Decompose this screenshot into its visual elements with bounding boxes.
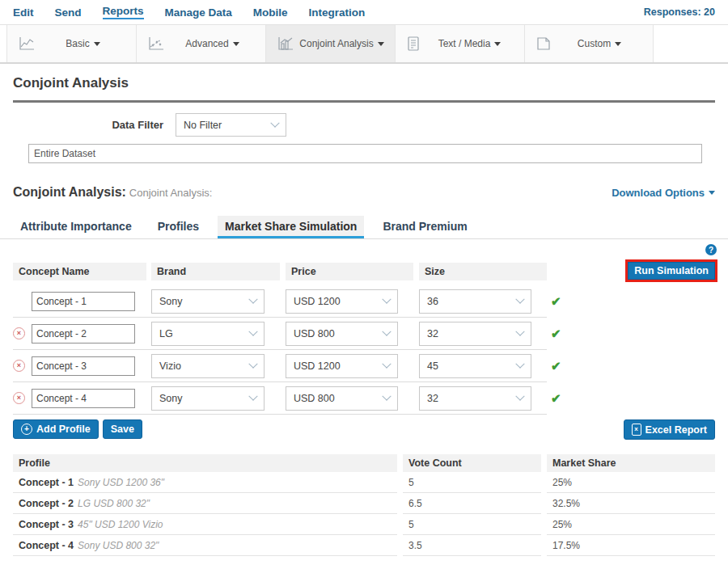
run-simulation-button[interactable]: Run Simulation [628, 262, 715, 280]
section-subtitle: Conjoint Analysis: [129, 187, 213, 199]
line-chart-icon [19, 36, 35, 51]
nav-item-mobile[interactable]: Mobile [253, 6, 288, 19]
data-filter-select[interactable]: No Filter [176, 113, 286, 137]
caret-down-icon [94, 42, 100, 46]
size-select[interactable]: 32 [419, 322, 531, 346]
profile-description: Sony USD 1200 36" [78, 477, 164, 488]
price-select[interactable]: USD 800 [286, 386, 398, 411]
profile-cell: Concept - 2LG USD 800 32" [13, 493, 397, 514]
brand-select[interactable]: Sony [151, 386, 265, 411]
caret-down-icon [378, 42, 384, 46]
concept-name-input[interactable] [32, 356, 135, 376]
price-select-value: USD 1200 [294, 296, 341, 307]
profile-name: Concept - 2 [19, 498, 74, 509]
excel-report-button[interactable]: x Excel Report [624, 419, 715, 440]
price-select[interactable]: USD 1200 [286, 289, 398, 314]
market-share-cell: 25% [547, 514, 715, 535]
valid-check-icon: ✔ [551, 391, 561, 406]
toolbar-tab-text-media[interactable]: Text / Media [395, 25, 524, 62]
document-text-icon [407, 36, 420, 51]
download-options-button[interactable]: Download Options [612, 187, 715, 199]
chevron-down-icon [382, 359, 391, 368]
delete-row-icon[interactable]: × [13, 360, 25, 372]
section-header: Conjoint Analysis:Conjoint Analysis: Dow… [13, 185, 715, 200]
profile-cell: Concept - 4Sony USD 800 32" [13, 535, 397, 556]
results-column-header-market-share: Market Share [547, 454, 715, 472]
toolbar-tab-custom[interactable]: Custom [524, 25, 654, 62]
chevron-down-icon [382, 327, 391, 335]
data-filter-row: Data Filter No Filter [0, 113, 728, 137]
brand-select[interactable]: Sony [151, 289, 265, 314]
vote-count-cell: 3.5 [403, 535, 541, 556]
size-select-value: 32 [427, 328, 438, 339]
nav-item-send[interactable]: Send [55, 6, 82, 19]
toolbar-tab-conjoint-analysis[interactable]: Conjoint Analysis [265, 25, 395, 62]
tab-profiles[interactable]: Profiles [150, 216, 206, 238]
vote-count-cell: 5 [403, 472, 541, 493]
results-row-concept-1: Concept - 1Sony USD 1200 36"525% [13, 472, 715, 493]
tab-market-share-simulation[interactable]: Market Share Simulation [218, 216, 364, 238]
toolbar-tab-advanced[interactable]: Advanced [136, 25, 265, 62]
concept-name-input[interactable] [32, 389, 135, 408]
results-row-concept-3: Concept - 345" USD 1200 Vizio525% [13, 514, 715, 535]
simulation-rows: SonyUSD 120036✔×LGUSD 80032✔×VizioUSD 12… [13, 285, 715, 415]
concept-name-input[interactable] [32, 324, 135, 344]
sim-column-header-price: Price [286, 263, 413, 280]
delete-slot: × [13, 360, 32, 372]
brand-select-value: Sony [159, 296, 183, 307]
dataset-input[interactable] [28, 144, 702, 163]
size-select-value: 36 [427, 296, 438, 307]
toolbar-tab-label: Custom [578, 38, 611, 49]
tab-attribute-importance[interactable]: Attribute Importance [13, 216, 139, 238]
price-select[interactable]: USD 1200 [286, 354, 398, 378]
nav-item-integration[interactable]: Integration [309, 6, 366, 19]
profile-description: Sony USD 800 32" [78, 540, 159, 551]
section-divider [13, 100, 715, 103]
size-select-value: 32 [427, 393, 438, 404]
sim-row-concept-2: ×LGUSD 80032✔ [13, 318, 547, 350]
sim-column-header-size: Size [419, 263, 547, 280]
section-title-group: Conjoint Analysis:Conjoint Analysis: [13, 185, 212, 200]
plus-icon: + [21, 424, 32, 435]
size-select[interactable]: 32 [419, 386, 531, 411]
price-select[interactable]: USD 800 [286, 322, 398, 346]
brand-select[interactable]: Vizio [151, 354, 265, 378]
profile-description: LG USD 800 32" [78, 498, 150, 509]
chevron-down-icon [248, 359, 257, 368]
chevron-down-icon [382, 294, 391, 303]
delete-row-icon[interactable]: × [13, 327, 25, 339]
concept-name-input[interactable] [32, 292, 135, 311]
toolbar-tab-label: Conjoint Analysis [299, 38, 373, 49]
delete-row-icon[interactable]: × [13, 392, 25, 404]
size-select-value: 45 [427, 360, 438, 372]
brand-select-value: LG [159, 328, 173, 339]
chevron-down-icon [382, 391, 391, 400]
simulation-actions: + Add Profile Save x Excel Report [13, 419, 715, 439]
chevron-down-icon [248, 327, 257, 335]
sim-row-concept-4: ×SonyUSD 80032✔ [13, 382, 547, 415]
page-title: Conjoint Analysis [13, 75, 715, 91]
results-header: ProfileVote CountMarket Share [13, 454, 715, 472]
tab-brand-premium[interactable]: Brand Premium [375, 216, 474, 238]
size-select[interactable]: 36 [419, 289, 531, 314]
nav-item-edit[interactable]: Edit [13, 6, 34, 19]
toolbar-tab-basic[interactable]: Basic [6, 25, 136, 62]
size-select[interactable]: 45 [419, 354, 531, 378]
help-row: ? [0, 244, 728, 259]
market-share-cell: 25% [547, 472, 715, 493]
delete-slot: × [13, 327, 32, 339]
toolbar-tab-label: Basic [66, 38, 89, 49]
excel-report-label: Excel Report [645, 424, 707, 436]
results-row-concept-4: Concept - 4Sony USD 800 32"3.517.5% [13, 535, 715, 556]
save-button[interactable]: Save [103, 419, 142, 439]
chevron-down-icon [515, 359, 524, 368]
nav-item-manage-data[interactable]: Manage Data [165, 6, 232, 19]
valid-check-icon: ✔ [551, 294, 561, 309]
help-icon[interactable]: ? [705, 244, 717, 255]
brand-select[interactable]: LG [151, 322, 265, 346]
add-profile-button[interactable]: + Add Profile [13, 419, 99, 439]
chevron-down-icon [270, 118, 279, 127]
section-title: Conjoint Analysis: [13, 185, 126, 199]
nav-item-reports[interactable]: Reports [103, 5, 144, 19]
data-filter-value: No Filter [184, 120, 222, 131]
